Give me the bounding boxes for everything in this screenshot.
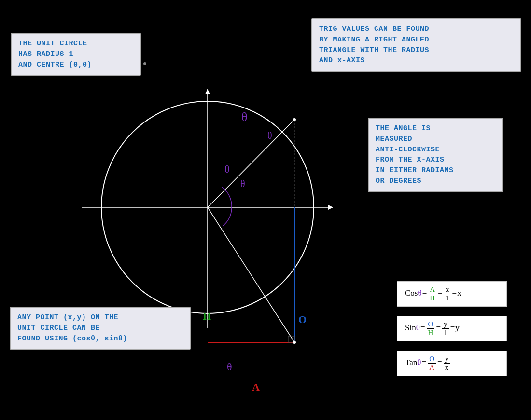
label-A: A [252,381,260,393]
note-trig-text1: TRIG VALUES CAN BE FOUND [319,24,514,35]
sin-frac2: y1 [442,320,449,337]
note-unit-point: ANY POINT (x,y) ON THE UNIT CIRCLE CAN B… [10,307,191,350]
note-trig-text3: TRIANGLE WITH THE RADIUS [319,45,514,56]
theta-small-mid: θ [267,130,272,141]
note-angle: THE ANGLE IS MEASURED ANTI-CLOCKWISE FRO… [368,118,503,192]
note-angle-text3: ANTI-CLOCKWISE [376,145,495,155]
cos-theta: θ [418,288,421,298]
note-angle-text1: THE ANGLE IS [376,123,495,134]
cos-label: Cos [405,288,418,298]
angle-arc-bottom [223,207,232,226]
formula-sin: Sinθ = OH = y1 = y [397,316,507,341]
note-angle-text6: OR DEGREES [376,176,495,187]
note-unit-circle-text3: AND CENTRE (0,0) [18,60,133,70]
note-trig-text2: BY MAKING A RIGHT ANGLED [319,35,514,45]
radius-line-top [208,120,294,207]
tan-frac1: OA [428,355,436,372]
label-O: O [298,313,307,326]
formula-cos: Cosθ = AH = x1 = x [397,281,507,307]
note-angle-text2: MEASURED [376,134,495,145]
theta-label-2: θ [240,178,245,190]
note-unit-point-text2: UNIT CIRCLE CAN BE [17,323,183,334]
tan-frac2: yx [444,355,450,372]
note-trig-text4: AND x-AXIS [319,55,514,66]
sin-label: Sin [405,323,416,332]
radius-line-bottom [208,207,294,342]
note-angle-text5: IN EITHER RADIANS [376,165,495,176]
theta-triangle: θ [227,361,232,373]
formula-tan: Tanθ = OA = yx [397,351,507,376]
theta-label-1: θ [224,163,230,176]
cos-frac2: x1 [444,285,451,302]
tan-label: Tan [405,358,417,367]
cos-result: x [457,288,461,298]
note-trig-values: TRIG VALUES CAN BE FOUND BY MAKING A RIG… [311,18,521,72]
point-on-circle-top [293,118,296,121]
sin-frac1: OH [427,320,435,337]
note-angle-text4: FROM THE X-AXIS [376,155,495,165]
note-unit-circle: THE UNIT CIRCLE HAS RADIUS 1 AND CENTRE … [11,33,141,76]
point-on-circle-bottom [293,341,296,344]
note-unit-circle-text2: HAS RADIUS 1 [18,49,133,60]
theta-small-top: θ [241,110,247,124]
label-H: H [203,310,211,323]
cos-frac1: AH [428,285,436,302]
note-unit-circle-text: THE UNIT CIRCLE [18,39,133,49]
sin-theta: θ [416,323,420,332]
x-axis-arrow [328,205,333,210]
note-unit-point-text1: ANY POINT (x,y) ON THE [17,312,183,323]
tan-theta: θ [417,358,421,367]
y-axis-arrow [205,89,210,94]
note-unit-point-text3: FOUND USING (cosθ, sinθ) [17,334,183,344]
sin-result: y [455,323,460,332]
angle-arc-top [222,187,232,207]
dot-unit-circle [143,62,146,65]
